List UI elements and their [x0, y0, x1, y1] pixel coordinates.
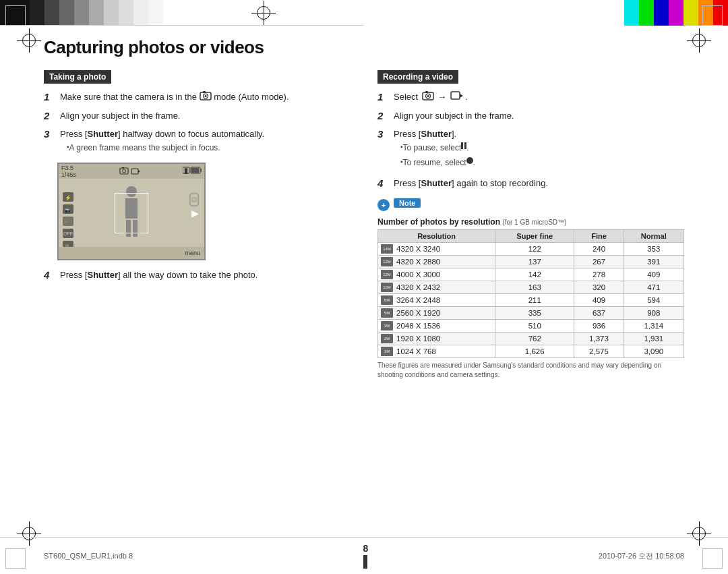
- cell-fine: 267: [574, 255, 624, 268]
- step-number-3: 3: [44, 127, 57, 142]
- svg-point-5: [122, 169, 125, 173]
- col-fine: Fine: [574, 229, 624, 242]
- swatch-green: [639, 0, 654, 26]
- rstep-number-2: 2: [377, 109, 391, 124]
- cell-resolution: 1M 1024 X 768: [378, 345, 495, 357]
- page-footer: ST600_QSM_EUR1.indb 8 8 2010-07-26 오전 10…: [0, 537, 728, 574]
- table-row: 12M 4320 X 2880 137267391: [378, 255, 684, 268]
- cell-fine: 409: [574, 293, 624, 306]
- cell-superfine: 211: [495, 293, 574, 306]
- cell-normal: 353: [624, 242, 684, 255]
- lcd-info-left: F3.5 1/45s: [61, 165, 76, 179]
- lcd-side-icons: ⚡ 📷 ○ OFF ▤: [63, 192, 73, 247]
- crosshair-top-right-page: [687, 28, 711, 53]
- svg-rect-7: [131, 169, 138, 174]
- cell-resolution: 3M 2048 X 1536: [378, 319, 495, 332]
- cell-fine: 278: [574, 268, 624, 281]
- footer-center: 8: [363, 543, 369, 569]
- swatch-cyan: [624, 0, 639, 26]
- svg-text:▤: ▤: [65, 243, 69, 247]
- swatch-mid1: [59, 0, 74, 25]
- sub-item-1: A green frame means the subject in focus…: [67, 142, 351, 154]
- table-row: 3M 2048 X 1536 5109361,314: [378, 319, 684, 332]
- crop-mark-tl: [5, 5, 26, 26]
- lcd-main: ⚡ 📷 ○ OFF ▤: [59, 179, 204, 247]
- table-row: 1M 1024 X 768 1,6262,5753,090: [378, 345, 684, 357]
- rstep-4: 4 Press [Shutter] again to stop recordin…: [377, 177, 684, 192]
- svg-text:○: ○: [65, 219, 67, 224]
- cell-normal: 3,090: [624, 345, 684, 357]
- recording-video-steps: 1 Select →: [377, 90, 684, 192]
- cell-superfine: 1,626: [495, 345, 574, 357]
- rstep-2-text: Align your subject in the frame.: [394, 109, 684, 123]
- camera-icon-inline: [422, 90, 434, 105]
- step-3-text: Press [Shutter] halfway down to focus au…: [60, 127, 351, 157]
- col-superfine: Super fine: [495, 229, 574, 242]
- lcd-bottom-bar: menu: [59, 247, 204, 259]
- step-number-2: 2: [44, 109, 57, 124]
- rstep-1-text: Select →: [394, 90, 684, 105]
- footer-right: 2010-07-26 오전 10:58:08: [599, 551, 684, 561]
- step-4-text: Press [Shutter] all the way down to take…: [60, 268, 351, 282]
- note-label: Note: [394, 198, 421, 208]
- cell-resolution: 8M 3264 X 2448: [378, 293, 495, 306]
- lcd-icon-3: ○: [63, 217, 73, 226]
- swatch-light2: [104, 0, 119, 25]
- cell-normal: 409: [624, 268, 684, 281]
- cell-resolution: 12M 4000 X 3000: [378, 268, 495, 281]
- left-column: Taking a photo 1 Make sure that the came…: [44, 70, 351, 380]
- cell-fine: 2,575: [574, 345, 624, 357]
- step-2-text: Align your subject in the frame.: [60, 109, 351, 123]
- table-row: 12M 4000 X 3000 142278409: [378, 268, 684, 281]
- crosshair-top-left: [251, 1, 276, 25]
- cell-normal: 471: [624, 281, 684, 293]
- step-number-1: 1: [44, 90, 57, 105]
- cell-resolution: 5M 2560 X 1920: [378, 306, 495, 319]
- cell-superfine: 335: [495, 306, 574, 319]
- page-title: Capturing photos or videos: [44, 37, 684, 58]
- cell-resolution: 2M 1920 X 1080: [378, 332, 495, 345]
- rsub-1: To pause, select .: [400, 142, 684, 154]
- cell-superfine: 142: [495, 268, 574, 281]
- lcd-icon-1: ⚡: [63, 192, 73, 202]
- cell-superfine: 762: [495, 332, 574, 345]
- step-3: 3 Press [Shutter] halfway down to focus …: [44, 127, 351, 157]
- left-section-header: Taking a photo: [44, 70, 111, 84]
- svg-marker-8: [138, 170, 140, 173]
- focus-box: [115, 193, 148, 233]
- rstep-4-text: Press [Shutter] again to stop recording.: [394, 177, 684, 190]
- svg-rect-6: [122, 167, 124, 169]
- cell-fine: 936: [574, 319, 624, 332]
- crop-mark-tr: [702, 5, 723, 26]
- cell-normal: 1,314: [624, 319, 684, 332]
- swatch-magenta: [669, 0, 684, 26]
- swatch-dark2: [44, 0, 59, 25]
- svg-rect-4: [120, 168, 128, 174]
- table-row: 8M 3264 X 2448 211409594: [378, 293, 684, 306]
- rsub-2: To resume, select .: [400, 157, 684, 169]
- step-number-4: 4: [44, 268, 57, 283]
- swatch-mid2: [74, 0, 89, 25]
- svg-rect-13: [200, 169, 202, 172]
- camera-lcd: F3.5 1/45s: [57, 163, 206, 260]
- swatch-dark: [30, 0, 44, 25]
- cell-normal: 594: [624, 293, 684, 306]
- table-title-container: Number of photos by resolution (for 1 GB…: [377, 217, 684, 227]
- two-column-layout: Taking a photo 1 Make sure that the came…: [44, 70, 684, 380]
- lcd-info-center: [119, 167, 140, 175]
- step-1: 1 Make sure that the camera is in the mo…: [44, 90, 351, 105]
- camera-mode-icon: [200, 90, 212, 105]
- rstep-3-sub: To pause, select . To resume, select .: [394, 142, 684, 169]
- table-note: These figures are measured under Samsung…: [377, 361, 684, 380]
- table-row: 5M 2560 X 1920 335637908: [378, 306, 684, 319]
- footer-left: ST600_QSM_EUR1.indb 8: [44, 552, 133, 560]
- cell-normal: 391: [624, 255, 684, 268]
- swatch-blue: [654, 0, 669, 26]
- svg-marker-25: [460, 94, 463, 98]
- cell-resolution: 14M 4320 X 3240: [378, 242, 495, 255]
- col-resolution: Resolution: [378, 229, 495, 242]
- pause-icon: [461, 142, 466, 149]
- table-row: 14M 4320 X 3240 122240353: [378, 242, 684, 255]
- cell-fine: 637: [574, 306, 624, 319]
- cell-superfine: 137: [495, 255, 574, 268]
